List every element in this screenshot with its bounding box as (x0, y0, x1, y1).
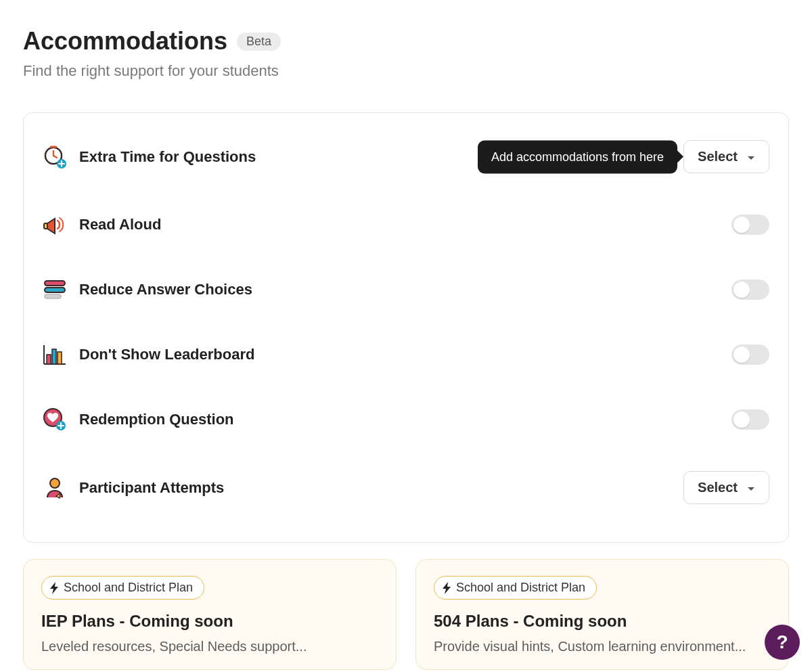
accommodation-label: Don't Show Leaderboard (79, 346, 731, 363)
plan-chip-label: School and District Plan (64, 581, 193, 595)
accommodation-row: Read Aloud (40, 192, 772, 257)
select-button-label: Select (698, 149, 738, 164)
svg-point-16 (50, 478, 60, 488)
help-button[interactable]: ? (765, 625, 800, 660)
toggle-switch[interactable] (731, 215, 769, 235)
accommodation-row: Extra Time for Questions Add accommodati… (40, 121, 772, 192)
svg-rect-11 (47, 355, 51, 364)
accommodation-row: Don't Show Leaderboard (40, 322, 772, 387)
plan-title: 504 Plans - Coming soon (434, 612, 771, 631)
page-subtitle: Find the right support for your students (23, 62, 789, 80)
tooltip-add-accommodations: Add accommodations from here (478, 140, 677, 173)
megaphone-icon (43, 211, 75, 238)
toggle-switch[interactable] (731, 344, 769, 365)
page-title: Accommodations (23, 27, 227, 55)
person-retry-icon (43, 474, 75, 501)
select-button-label: Select (698, 480, 738, 495)
svg-rect-13 (58, 352, 62, 364)
accommodation-row: Reduce Answer Choices (40, 257, 772, 322)
accommodations-panel: Extra Time for Questions Add accommodati… (23, 112, 789, 543)
options-stack-icon (43, 276, 75, 303)
heart-plus-icon (43, 406, 75, 433)
toggle-switch[interactable] (731, 279, 769, 300)
bolt-icon (50, 582, 60, 594)
plan-card-504[interactable]: School and District Plan 504 Plans - Com… (415, 559, 789, 670)
toggle-switch[interactable] (731, 409, 769, 430)
caret-down-icon (747, 480, 755, 495)
plan-card-iep[interactable]: School and District Plan IEP Plans - Com… (23, 559, 397, 670)
plan-description: Provide visual hints, Custom learning en… (434, 637, 771, 656)
svg-rect-12 (52, 349, 56, 364)
plan-chip: School and District Plan (434, 576, 597, 600)
accommodation-label: Redemption Question (79, 411, 731, 428)
select-button[interactable]: Select (683, 471, 769, 504)
caret-down-icon (747, 149, 755, 164)
accommodation-label: Participant Attempts (79, 479, 683, 497)
svg-rect-7 (45, 288, 65, 292)
select-button[interactable]: Select (683, 140, 769, 173)
clock-plus-icon (43, 143, 75, 171)
svg-rect-3 (50, 145, 57, 148)
accommodation-row: Participant Attempts Select (40, 452, 772, 523)
accommodation-row: Redemption Question (40, 387, 772, 452)
beta-badge: Beta (237, 32, 281, 51)
plan-title: IEP Plans - Coming soon (41, 612, 378, 631)
bar-chart-icon (43, 341, 75, 368)
svg-rect-5 (44, 223, 47, 229)
svg-rect-6 (45, 281, 65, 286)
svg-rect-8 (45, 294, 61, 298)
plan-description: Leveled resources, Special Needs support… (41, 637, 378, 656)
plan-chip-label: School and District Plan (456, 581, 585, 595)
bolt-icon (443, 582, 452, 594)
plan-chip: School and District Plan (41, 576, 204, 600)
accommodation-label: Read Aloud (79, 216, 731, 233)
accommodation-label: Reduce Answer Choices (79, 281, 731, 298)
